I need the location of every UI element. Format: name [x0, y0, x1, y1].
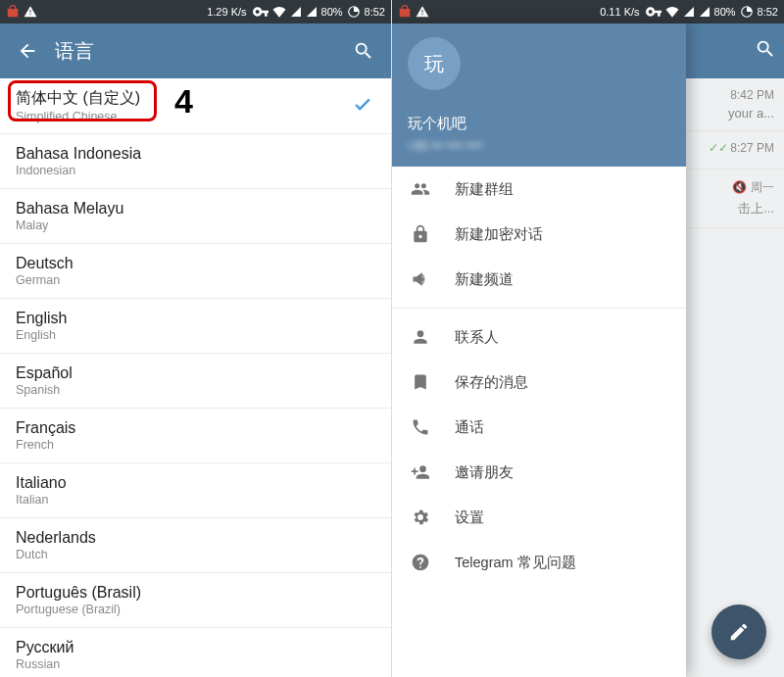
drawer-item-label: 联系人 [455, 328, 499, 347]
network-rate: 0.11 K/s [600, 6, 639, 18]
search-button[interactable] [344, 31, 383, 71]
divider [392, 308, 686, 309]
language-row[interactable]: EspañolSpanish [0, 354, 391, 409]
chat-time: ✓✓8:27 PM [709, 141, 774, 155]
language-row[interactable]: ItalianoItalian [0, 463, 391, 518]
drawer-item-settings[interactable]: 设置 [392, 495, 686, 540]
clock: 8:52 [758, 6, 778, 18]
group-icon [410, 179, 431, 199]
drawer-item-label: 新建频道 [455, 270, 514, 289]
bag-icon [398, 5, 412, 19]
drawer-item-label: 新建加密对话 [455, 225, 543, 244]
megaphone-icon [410, 269, 431, 289]
language-row[interactable]: 简体中文 (自定义) Simplified Chinese [0, 78, 391, 134]
drawer-item-new-secret-chat[interactable]: 新建加密对话 [392, 212, 686, 257]
language-row[interactable]: NederlandsDutch [0, 518, 391, 573]
language-list[interactable]: 简体中文 (自定义) Simplified Chinese Bahasa Ind… [0, 78, 391, 677]
language-row[interactable]: Português (Brasil)Portuguese (Brazil) [0, 573, 391, 628]
page-title: 语言 [47, 38, 344, 65]
drawer-item-contacts[interactable]: 联系人 [392, 314, 686, 360]
language-row[interactable]: FrançaisFrench [0, 409, 391, 463]
language-row[interactable]: РусскийRussian [0, 628, 391, 677]
language-row[interactable]: EnglishEnglish [0, 299, 391, 354]
chat-time: 🔇周一 [732, 179, 774, 196]
signal-icon [683, 6, 695, 18]
person-icon [410, 327, 431, 347]
drawer-item-faq[interactable]: Telegram 常见问题 [392, 540, 686, 585]
battery-percent: 80% [714, 6, 736, 18]
invite-icon [410, 462, 431, 482]
drawer-item-label: 邀请朋友 [455, 463, 514, 482]
language-row[interactable]: Bahasa MelayuMalay [0, 189, 391, 244]
back-button[interactable] [8, 31, 47, 71]
app-bar: 语言 [0, 24, 391, 78]
clock: 8:52 [365, 6, 385, 18]
navigation-drawer: 玩 玩个机吧 +86 ••• •••• •••• 新建群组 新建加密对话 新建频… [392, 24, 686, 677]
drawer-item-label: 通话 [455, 418, 484, 437]
vpn-key-icon [253, 7, 269, 17]
phone-screen-drawer: 0.11 K/s 80% 8:52 8:42 PM your a... ✓✓8:… [392, 0, 784, 677]
status-bar: 1.29 K/s 80% 8:52 [0, 0, 391, 24]
bookmark-icon [410, 372, 431, 392]
drawer-item-invite[interactable]: 邀请朋友 [392, 450, 686, 495]
drawer-item-label: 保存的消息 [455, 373, 528, 392]
chat-time: 8:42 PM [730, 88, 774, 102]
drawer-item-calls[interactable]: 通话 [392, 405, 686, 450]
drawer-item-new-channel[interactable]: 新建频道 [392, 257, 686, 302]
signal-icon [290, 6, 302, 18]
language-row[interactable]: Bahasa IndonesiaIndonesian [0, 134, 391, 189]
language-name: 简体中文 (自定义) [16, 88, 375, 109]
network-rate: 1.29 K/s [207, 6, 246, 18]
warning-icon [416, 5, 429, 19]
help-icon [410, 553, 431, 572]
drawer-phone: +86 ••• •••• •••• [408, 139, 483, 153]
lock-icon [410, 224, 431, 244]
phone-screen-language: 1.29 K/s 80% 8:52 语言 简体中文 (自定义) Simplifi… [0, 0, 392, 677]
read-ticks-icon: ✓✓ [709, 141, 728, 155]
drawer-item-label: 新建群组 [455, 180, 514, 199]
battery-icon [740, 5, 754, 19]
check-icon [352, 93, 373, 119]
chat-preview: 击上... [738, 200, 774, 218]
annotation-number: 4 [174, 82, 193, 121]
warning-icon [24, 5, 37, 19]
language-sub: Simplified Chinese [16, 110, 375, 123]
drawer-item-label: Telegram 常见问题 [455, 554, 576, 572]
battery-icon [347, 5, 361, 19]
wifi-icon [665, 6, 679, 18]
drawer-header[interactable]: 玩 玩个机吧 +86 ••• •••• •••• [392, 24, 686, 167]
chat-preview: your a... [728, 106, 774, 121]
avatar[interactable]: 玩 [408, 37, 461, 90]
vpn-key-icon [646, 7, 662, 17]
drawer-item-saved[interactable]: 保存的消息 [392, 360, 686, 405]
search-button[interactable] [755, 38, 776, 64]
drawer-item-label: 设置 [455, 508, 484, 527]
drawer-item-new-group[interactable]: 新建群组 [392, 167, 686, 212]
bag-icon [6, 5, 20, 19]
phone-icon [410, 417, 431, 437]
battery-percent: 80% [321, 6, 343, 18]
status-bar: 0.11 K/s 80% 8:52 [392, 0, 784, 24]
gear-icon [410, 508, 431, 527]
language-row[interactable]: DeutschGerman [0, 244, 391, 299]
mute-icon: 🔇 [732, 180, 747, 194]
drawer-username: 玩个机吧 [408, 115, 466, 133]
compose-fab[interactable] [711, 604, 766, 659]
signal-icon-2 [699, 6, 710, 18]
signal-icon-2 [306, 6, 318, 18]
wifi-icon [272, 6, 286, 18]
